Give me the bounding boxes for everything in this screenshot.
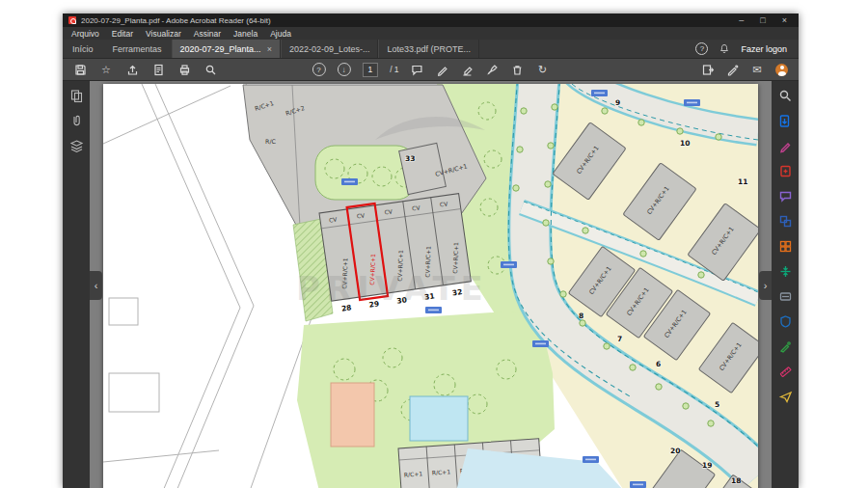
compress-pdf-icon[interactable]: [778, 264, 793, 279]
tab-home[interactable]: Início: [63, 40, 103, 58]
doc-tab-planta[interactable]: 2020-07-29_Planta... ×: [172, 40, 281, 58]
doc-tab-lotes[interactable]: 2022-02-09_Lotes-...: [281, 40, 379, 58]
lot-number: 11: [738, 177, 747, 186]
plan-label: R/C+1: [404, 470, 423, 477]
comment-bubble-icon[interactable]: [411, 63, 424, 76]
fill-sign-tool-icon[interactable]: [778, 339, 793, 354]
doc-tab-lote33[interactable]: Lote33.pdf (PROTE...: [378, 40, 479, 58]
account-avatar[interactable]: [775, 64, 788, 76]
titlebar: 2020-07-29_Planta.pdf - Adobe Acrobat Re…: [63, 14, 799, 27]
salmon-building: [331, 383, 374, 447]
layers-icon[interactable]: [69, 139, 84, 153]
tabbar: Início Ferramentas 2020-07-29_Planta... …: [63, 40, 799, 59]
search-icon[interactable]: [203, 63, 217, 76]
share-icon[interactable]: [125, 63, 139, 76]
login-button[interactable]: Fazer logon: [741, 44, 787, 54]
tab-tools[interactable]: Ferramentas: [103, 40, 172, 58]
plan-label: R/C+1: [432, 468, 451, 475]
left-panel-rail: [63, 81, 90, 488]
notifications-bell-icon[interactable]: [719, 42, 730, 55]
lot-number: 8: [579, 312, 583, 320]
comment-icon[interactable]: [778, 189, 793, 203]
redact-icon[interactable]: [778, 289, 793, 304]
site-plan: R/C+1 R/C+2 R/C 33 CV+R/C+1: [103, 84, 758, 488]
help-circle-icon[interactable]: ?: [312, 63, 325, 76]
edit-pdf-icon[interactable]: [778, 139, 793, 153]
export-pdf-icon[interactable]: [778, 114, 793, 128]
zoom-tools-icon[interactable]: [778, 89, 793, 103]
lot-number: 5: [715, 400, 719, 409]
content-area: ‹ ›: [63, 81, 799, 488]
menu-assinar[interactable]: Assinar: [194, 29, 221, 39]
document-canvas[interactable]: ‹ ›: [90, 81, 772, 488]
page-down-icon[interactable]: ↓: [337, 63, 350, 76]
protect-icon[interactable]: [778, 314, 793, 329]
minimize-button[interactable]: –: [733, 14, 749, 27]
doc-tab-label: 2022-02-09_Lotes-...: [289, 44, 370, 54]
lot-number: 33: [405, 154, 415, 163]
acrobat-app-icon: [68, 16, 76, 24]
send-mail-icon[interactable]: ✉: [750, 63, 764, 76]
save-icon[interactable]: [73, 63, 87, 76]
menubar: Arquivo Editar Visualizar Assinar Janela…: [63, 27, 799, 40]
create-pdf-icon[interactable]: [778, 164, 793, 178]
maximize-button[interactable]: □: [754, 14, 771, 27]
acrobat-window: 2020-07-29_Planta.pdf - Adobe Acrobat Re…: [63, 14, 799, 488]
favorites-star-icon[interactable]: ☆: [99, 63, 113, 76]
create-export-icon[interactable]: [700, 63, 714, 76]
export-doc-icon[interactable]: [151, 63, 165, 76]
lot-number: 10: [680, 139, 690, 148]
menu-janela[interactable]: Janela: [233, 29, 258, 39]
share-plane-icon[interactable]: [778, 390, 793, 404]
lot-number: 18: [731, 476, 741, 485]
next-page-chevron[interactable]: ›: [759, 271, 772, 300]
pool-feature: [410, 396, 468, 441]
help-icon[interactable]: ?: [695, 42, 708, 55]
menu-visualizar[interactable]: Visualizar: [146, 29, 181, 39]
attachments-paperclip-icon[interactable]: [69, 114, 84, 128]
menu-ajuda[interactable]: Ajuda: [270, 29, 291, 39]
trash-icon[interactable]: [511, 63, 525, 76]
lot-number: 7: [617, 335, 622, 343]
right-tools-rail: [772, 81, 799, 488]
menu-arquivo[interactable]: Arquivo: [71, 29, 99, 39]
page-thumbnails-icon[interactable]: [69, 89, 84, 103]
menu-editar[interactable]: Editar: [112, 29, 133, 39]
window-title: 2020-07-29_Planta.pdf - Adobe Acrobat Re…: [81, 16, 728, 25]
sign-pen-icon[interactable]: [486, 63, 500, 76]
lot-number: 19: [702, 461, 712, 470]
page-total-label: / 1: [390, 65, 398, 74]
lot-number: 20: [670, 447, 680, 455]
organize-pages-icon[interactable]: [778, 239, 793, 254]
measure-icon[interactable]: [778, 365, 793, 379]
fill-sign-icon[interactable]: [725, 63, 739, 76]
toolbar: ☆ ? ↓ 1 / 1: [63, 59, 799, 81]
previous-page-chevron[interactable]: ‹: [90, 271, 102, 300]
page-number-input[interactable]: 1: [362, 63, 378, 77]
watermark-text: PRIVATE: [296, 269, 489, 308]
combine-files-icon[interactable]: [778, 214, 793, 229]
pdf-page: R/C+1 R/C+2 R/C 33 CV+R/C+1: [103, 84, 758, 488]
lot-number: 6: [656, 360, 661, 368]
doc-tab-label: 2020-07-29_Planta...: [180, 44, 261, 54]
tab-close-icon[interactable]: ×: [267, 44, 272, 54]
print-icon[interactable]: [177, 63, 191, 76]
rotate-icon[interactable]: ↻: [536, 63, 550, 76]
doc-tab-label: Lote33.pdf (PROTE...: [387, 44, 471, 54]
plan-label: R/C: [265, 138, 276, 145]
lot-number: 9: [615, 98, 620, 107]
close-button[interactable]: ×: [776, 14, 793, 27]
pencil-icon[interactable]: [436, 63, 449, 76]
highlighter-icon[interactable]: [461, 63, 475, 76]
